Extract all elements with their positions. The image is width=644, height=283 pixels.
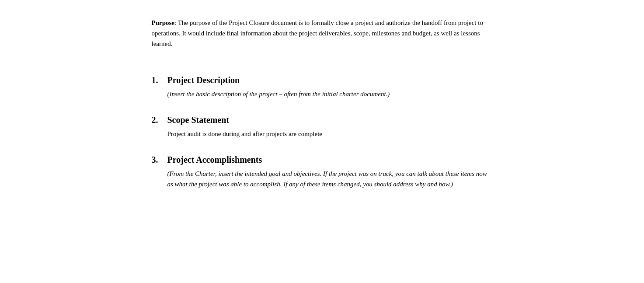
purpose-section: Purpose: The purpose of the Project Clos… [152, 17, 493, 49]
purpose-label: Purpose [152, 19, 175, 26]
section-number-2: 2. [152, 115, 164, 125]
section-number-1: 1. [152, 75, 164, 85]
section-block-2: 2.Scope StatementProject audit is done d… [152, 115, 493, 139]
section-heading-2: 2.Scope Statement [152, 115, 493, 125]
purpose-text: : The purpose of the Project Closure doc… [152, 19, 483, 47]
section-heading-3: 3.Project Accomplishments [152, 155, 493, 165]
section-body-1: (Insert the basic description of the pro… [152, 89, 493, 99]
section-body-2: Project audit is done during and after p… [152, 129, 493, 139]
section-block-1: 1.Project Description(Insert the basic d… [152, 75, 493, 99]
section-block-3: 3.Project Accomplishments(From the Chart… [152, 155, 493, 189]
section-title-2: Scope Statement [167, 115, 230, 125]
section-title-3: Project Accomplishments [167, 155, 262, 165]
sections-container: 1.Project Description(Insert the basic d… [152, 75, 493, 189]
section-body-3: (From the Charter, insert the intended g… [152, 168, 493, 189]
section-title-1: Project Description [167, 75, 240, 85]
section-heading-1: 1.Project Description [152, 75, 493, 85]
section-number-3: 3. [152, 155, 164, 165]
document-container: Purpose: The purpose of the Project Clos… [82, 0, 563, 223]
